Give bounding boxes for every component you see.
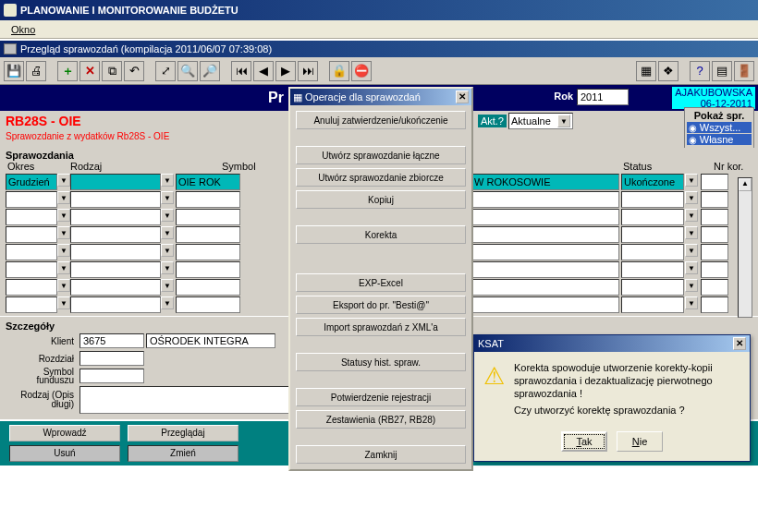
main-title: PLANOWANIE I MONITOROWANIE BUDŻETU — [20, 5, 238, 16]
menu-okno[interactable]: Okno — [6, 22, 41, 37]
zmien-button[interactable]: Zmień — [128, 445, 238, 462]
utworz-laczne-button[interactable]: Utwórz sprawozdanie łączne — [296, 146, 466, 164]
cell-status[interactable]: Ukończone — [621, 174, 684, 190]
utworz-zbiorcze-button[interactable]: Utwórz sprawozdanie zbiorcze — [296, 168, 466, 187]
pokaz-title: Pokaż spr. — [687, 110, 752, 121]
calc-icon[interactable]: ▤ — [712, 61, 732, 81]
wprowadz-button[interactable]: Wprowadź — [9, 425, 120, 441]
yes-button[interactable]: Tak — [561, 431, 607, 452]
col-symbol: Symbol — [220, 161, 275, 174]
add-icon[interactable]: ＋ — [57, 61, 78, 81]
stop-icon[interactable]: ⛔ — [351, 61, 372, 81]
inner-titlebar: Przegląd sprawozdań (kompilacja 2011/06/… — [0, 41, 758, 57]
cell-symbol[interactable]: OIE ROK — [176, 174, 240, 190]
pokaz-group: Pokaż spr. ◉ Wszyst... ◉ Własne — [684, 107, 754, 149]
symbol-label: Symbol funduszu — [6, 368, 79, 384]
aktq-label: Akt.? — [478, 115, 507, 127]
first-icon[interactable]: ⏮ — [231, 61, 251, 81]
search-next-icon[interactable]: 🔎 — [200, 61, 220, 81]
msgbox-title: KSAT — [478, 338, 504, 349]
expand-icon[interactable]: ⤢ — [155, 61, 176, 81]
anuluj-button[interactable]: Anuluj zatwierdzenie/ukończenie — [296, 111, 466, 129]
toolbar: 💾 🖨 ＋ ✕ ⧉ ↶ ⤢ 🔍 🔎 ⏮ ◀ ▶ ⏭ 🔒 ⛔ ▦ ❖ ? ▤ 🚪 — [0, 57, 758, 85]
rok-input[interactable] — [577, 89, 629, 105]
msgbox-text: Korekta spowoduje utworzenie korekty-kop… — [514, 361, 740, 417]
main-titlebar: PLANOWANIE I MONITOROWANIE BUDŻETU — [0, 0, 758, 20]
akt-dropdown[interactable]: Aktualne▼ — [508, 113, 573, 129]
cell-okres[interactable]: Grudzień — [6, 174, 57, 190]
klient-label: Klient — [6, 336, 79, 346]
exp-excel-button[interactable]: EXP-Excel — [296, 273, 466, 292]
close-icon[interactable]: ✕ — [733, 337, 746, 350]
col-nrkor: Nr kor. — [712, 161, 745, 172]
warning-icon — [483, 361, 505, 391]
msgbox-titlebar[interactable]: KSAT ✕ — [474, 335, 750, 352]
java-icon — [4, 4, 17, 17]
last-icon[interactable]: ⏭ — [298, 61, 318, 81]
delete-icon[interactable]: ✕ — [79, 61, 100, 81]
usun-button[interactable]: Usuń — [9, 445, 120, 462]
ksat-msgbox: KSAT ✕ Korekta spowoduje utworzenie kore… — [473, 334, 751, 462]
potwierdzenie-button[interactable]: Potwierdzenie rejestracji — [296, 388, 466, 406]
no-button[interactable]: Nie — [617, 431, 663, 452]
chevron-down-icon[interactable]: ▼ — [161, 174, 174, 187]
rodzaj-label: Rodzaj (Opis długi) — [6, 391, 79, 409]
chevron-down-icon: ▼ — [557, 115, 570, 127]
next-icon[interactable]: ▶ — [275, 61, 296, 81]
pokaz-all-radio[interactable]: ◉ Wszyst... — [687, 122, 752, 133]
exit-icon[interactable]: 🚪 — [734, 61, 754, 81]
operacje-dialog: ▦ Operacje dla sprawozdań ✕ Anuluj zatwi… — [288, 87, 473, 471]
chevron-down-icon[interactable]: ▼ — [57, 174, 70, 187]
pokaz-own-radio[interactable]: ◉ Własne — [687, 134, 752, 145]
tool1-icon[interactable]: ▦ — [636, 61, 656, 81]
menubar: Okno — [0, 20, 758, 39]
rozdzial-label: Rozdział — [6, 354, 79, 364]
cell-nazwa[interactable]: W ROKOSOWIE — [471, 174, 619, 190]
statusy-button[interactable]: Statusy hist. spraw. — [296, 353, 466, 371]
save-icon[interactable]: 💾 — [4, 61, 24, 81]
window-icon — [4, 43, 17, 54]
dialog-titlebar[interactable]: ▦ Operacje dla sprawozdań ✕ — [290, 89, 471, 105]
help-icon[interactable]: ? — [690, 61, 710, 81]
symbol-field[interactable] — [79, 369, 144, 383]
scroll-up-icon[interactable]: ▲ — [739, 178, 752, 191]
rok-label: Rok — [554, 91, 573, 102]
klient-id-field[interactable]: 3675 — [79, 333, 144, 348]
page-title: Pr — [268, 90, 284, 106]
tool2-icon[interactable]: ❖ — [658, 61, 679, 81]
klient-name-field[interactable]: OŚRODEK INTEGRA — [146, 333, 275, 348]
col-rodzaj: Rodzaj — [68, 161, 172, 174]
search-icon[interactable]: 🔍 — [177, 61, 198, 81]
copy-icon[interactable]: ⧉ — [102, 61, 122, 81]
user-box: AJAKUBOWSKA 06-12-2011 — [672, 87, 755, 109]
scrollbar[interactable]: ▲ — [738, 177, 752, 318]
print-icon[interactable]: 🖨 — [26, 61, 46, 81]
rodzaj-field[interactable] — [79, 386, 292, 414]
inner-title: Przegląd sprawozdań (kompilacja 2011/06/… — [20, 43, 272, 54]
chevron-down-icon[interactable]: ▼ — [685, 174, 698, 187]
col-okres: Okres — [6, 161, 68, 174]
rozdzial-field[interactable] — [79, 351, 144, 366]
rb-code: RB28S - OIE — [6, 114, 81, 128]
import-xml-button[interactable]: Import sprawozdań z XML'a — [296, 318, 466, 336]
przegladaj-button[interactable]: Przeglądaj — [128, 425, 238, 441]
kopiuj-button[interactable]: Kopiuj — [296, 190, 466, 209]
lock-icon[interactable]: 🔒 — [329, 61, 349, 81]
dialog-title: Operacje dla sprawozdań — [305, 91, 421, 103]
user-name: AJAKUBOWSKA — [675, 87, 752, 98]
col-status: Status — [621, 161, 695, 172]
zamknij-button[interactable]: Zamknij — [296, 445, 466, 464]
cell-rodzaj[interactable] — [70, 174, 161, 190]
close-icon[interactable]: ✕ — [456, 91, 469, 103]
undo-icon[interactable]: ↶ — [124, 61, 144, 81]
prev-icon[interactable]: ◀ — [253, 61, 274, 81]
zestawienia-rb-button[interactable]: Zestawienia (RB27, RB28) — [296, 410, 466, 429]
korekta-button[interactable]: Korekta — [296, 225, 466, 244]
cell-nrkor[interactable] — [701, 174, 728, 190]
eksport-bestia-button[interactable]: Eksport do pr. "Besti@" — [296, 296, 466, 314]
